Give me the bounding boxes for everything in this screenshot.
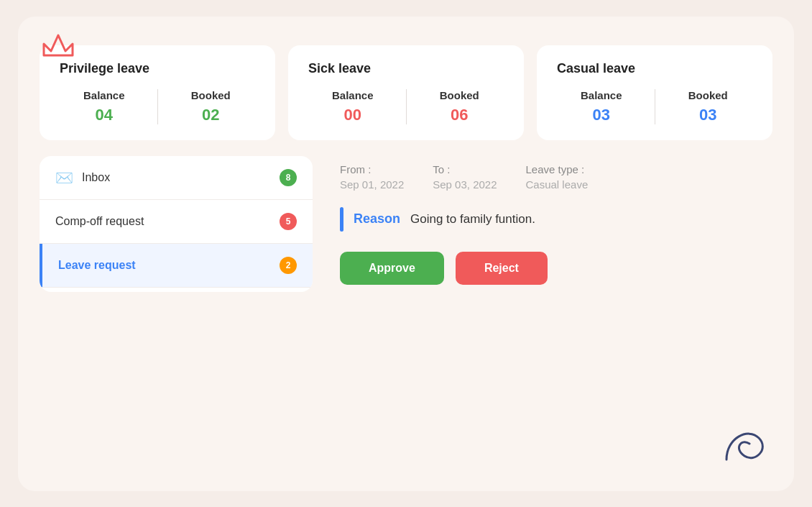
swirl-decoration xyxy=(719,424,770,475)
privilege-leave-title: Privilege leave xyxy=(60,61,255,76)
inbox-label: Inbox xyxy=(82,171,110,184)
privilege-booked-value: 02 xyxy=(167,106,256,124)
to-value: Sep 03, 2022 xyxy=(433,178,497,191)
action-buttons: Approve Reject xyxy=(340,252,765,285)
leave-request-item-left: Leave request xyxy=(58,259,136,272)
casual-booked-value: 03 xyxy=(664,106,753,124)
sick-leave-card: Sick leave Balance 00 Booked 06 xyxy=(288,45,524,140)
reason-row: Reason Going to family funtion. xyxy=(340,207,765,232)
privilege-balance-value: 04 xyxy=(60,106,149,124)
from-field: From : Sep 01, 2022 xyxy=(340,163,404,191)
from-label: From : xyxy=(340,163,404,175)
leave-request-label: Leave request xyxy=(58,259,136,272)
privilege-balance-label: Balance xyxy=(60,89,149,101)
compoff-item-left: Comp-off request xyxy=(55,215,144,228)
casual-booked-stat: Booked 03 xyxy=(664,89,753,124)
date-row: From : Sep 01, 2022 To : Sep 03, 2022 Le… xyxy=(340,163,765,191)
casual-leave-card: Casual leave Balance 03 Booked 03 xyxy=(537,45,772,140)
approve-button[interactable]: Approve xyxy=(340,252,444,285)
privilege-divider xyxy=(157,89,158,124)
casual-balance-label: Balance xyxy=(557,89,646,101)
sidebar-item-compoff[interactable]: Comp-off request 5 xyxy=(40,200,313,244)
sick-balance-label: Balance xyxy=(308,89,397,101)
sick-booked-label: Booked xyxy=(415,89,504,101)
leave-type-field: Leave type : Casual leave xyxy=(526,163,589,191)
inbox-badge: 8 xyxy=(280,169,297,186)
sick-divider xyxy=(406,89,407,124)
reject-button[interactable]: Reject xyxy=(456,252,548,285)
privilege-booked-label: Booked xyxy=(167,89,256,101)
privilege-balance-stat: Balance 04 xyxy=(60,89,149,124)
casual-balance-stat: Balance 03 xyxy=(557,89,646,124)
leave-type-value: Casual leave xyxy=(526,178,589,191)
casual-leave-title: Casual leave xyxy=(557,61,752,76)
main-container: Privilege leave Balance 04 Booked 02 Sic… xyxy=(18,17,794,491)
reason-bar-decoration xyxy=(340,207,343,232)
sick-leave-title: Sick leave xyxy=(308,61,504,76)
sick-balance-value: 00 xyxy=(308,106,397,124)
envelope-icon: ✉️ xyxy=(55,169,73,186)
bottom-section: ✉️ Inbox 8 Comp-off request 5 Leave requ… xyxy=(40,156,772,292)
request-detail-panel: From : Sep 01, 2022 To : Sep 03, 2022 Le… xyxy=(326,156,772,292)
reason-text: Going to family funtion. xyxy=(410,212,535,227)
reason-label: Reason xyxy=(354,211,400,227)
from-value: Sep 01, 2022 xyxy=(340,178,404,191)
sidebar-item-inbox[interactable]: ✉️ Inbox 8 xyxy=(40,156,313,200)
casual-divider xyxy=(655,89,655,124)
compoff-badge: 5 xyxy=(280,213,297,230)
inbox-item-left: ✉️ Inbox xyxy=(55,169,110,186)
sick-booked-value: 06 xyxy=(415,106,504,124)
leave-request-badge: 2 xyxy=(280,257,297,274)
privilege-booked-stat: Booked 02 xyxy=(167,89,256,124)
casual-booked-label: Booked xyxy=(664,89,753,101)
crown-icon xyxy=(40,29,77,67)
inbox-sidebar: ✉️ Inbox 8 Comp-off request 5 Leave requ… xyxy=(40,156,313,292)
compoff-label: Comp-off request xyxy=(55,215,144,228)
to-label: To : xyxy=(433,163,497,175)
leave-cards-row: Privilege leave Balance 04 Booked 02 Sic… xyxy=(40,45,772,140)
sick-balance-stat: Balance 00 xyxy=(308,89,397,124)
leave-type-label: Leave type : xyxy=(526,163,589,175)
sick-booked-stat: Booked 06 xyxy=(415,89,504,124)
sidebar-item-leave-request[interactable]: Leave request 2 xyxy=(40,244,313,288)
to-field: To : Sep 03, 2022 xyxy=(433,163,497,191)
casual-balance-value: 03 xyxy=(557,106,646,124)
